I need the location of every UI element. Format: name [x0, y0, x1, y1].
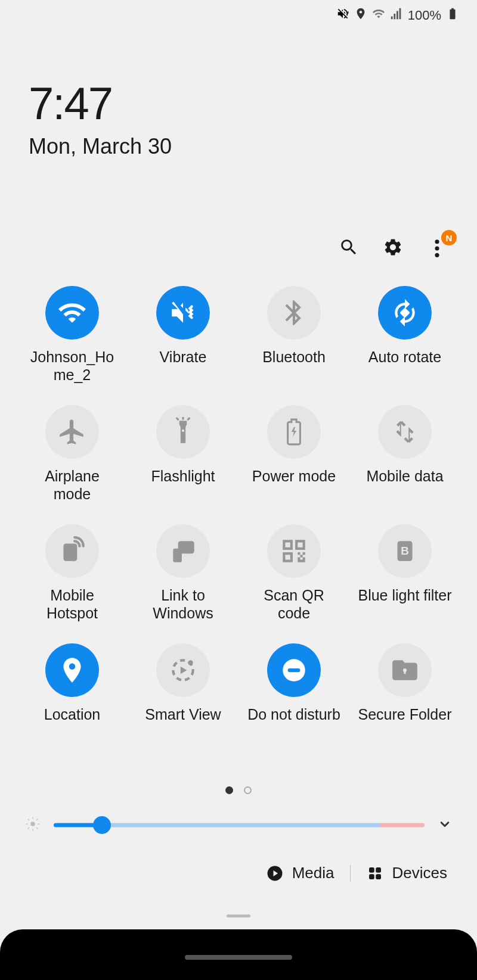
tile-bluetooth[interactable]: Bluetooth — [241, 286, 347, 384]
battery-percent: 100% — [408, 8, 441, 23]
chevron-down-icon[interactable] — [436, 816, 453, 835]
slider-thumb[interactable] — [93, 816, 111, 834]
svg-rect-4 — [63, 544, 77, 561]
brightness-slider[interactable] — [54, 816, 425, 834]
nav-bar — [0, 929, 477, 980]
wifi-icon — [45, 286, 99, 340]
panel-handle[interactable] — [227, 914, 250, 917]
qr-icon — [267, 524, 321, 578]
svg-rect-27 — [369, 867, 374, 873]
media-button[interactable]: Media — [266, 864, 334, 882]
svg-point-16 — [30, 822, 35, 826]
svg-rect-30 — [376, 874, 381, 879]
tile-blue-light[interactable]: B Blue light filter — [352, 524, 458, 622]
svg-line-22 — [36, 827, 38, 829]
smartview-icon — [156, 643, 210, 697]
tile-label: Mobile data — [366, 467, 443, 485]
search-icon[interactable] — [339, 237, 359, 260]
pager-dot-active — [225, 786, 233, 794]
svg-point-10 — [188, 660, 193, 665]
tile-label: Scan QR code — [246, 586, 342, 622]
pager-dot-inactive[interactable] — [244, 786, 252, 794]
svg-line-23 — [28, 827, 29, 829]
svg-rect-29 — [369, 874, 374, 879]
mute-vibrate-icon — [336, 7, 349, 24]
tile-label: Power mode — [252, 467, 336, 485]
svg-point-1 — [435, 246, 439, 250]
location-icon — [45, 643, 99, 697]
tile-smart-view[interactable]: Smart View — [130, 643, 236, 723]
svg-line-21 — [28, 819, 29, 820]
tile-secure-folder[interactable]: Secure Folder — [352, 643, 458, 723]
status-bar: 100% — [336, 7, 459, 24]
tile-flashlight[interactable]: Flashlight — [130, 405, 236, 503]
link-icon — [156, 524, 210, 578]
svg-rect-15 — [404, 670, 406, 674]
secure-icon — [378, 643, 432, 697]
bottom-controls: Media Devices — [0, 864, 477, 882]
devices-button[interactable]: Devices — [366, 864, 447, 882]
notification-badge: N — [441, 230, 457, 245]
nav-pill[interactable] — [185, 955, 292, 960]
tile-label: Johnson_Home_2 — [24, 348, 120, 384]
flashlight-icon — [156, 405, 210, 459]
time-date-block: 7:47 Mon, March 30 — [29, 77, 172, 159]
battery-icon — [446, 7, 459, 24]
power-icon — [267, 405, 321, 459]
tile-label: Link to Windows — [135, 586, 231, 622]
tile-label: Mobile Hotspot — [24, 586, 120, 622]
location-icon — [354, 7, 367, 24]
more-button[interactable]: N — [427, 238, 447, 259]
tile-label: Do not disturb — [247, 705, 340, 723]
airplane-icon — [45, 405, 99, 459]
tile-power-mode[interactable]: Power mode — [241, 405, 347, 503]
tile-label: Blue light filter — [358, 586, 451, 604]
play-icon — [266, 864, 284, 882]
rotate-icon — [378, 286, 432, 340]
clock-date: Mon, March 30 — [29, 134, 172, 159]
devices-icon — [366, 864, 384, 882]
devices-label: Devices — [392, 864, 447, 882]
tile-label: Secure Folder — [358, 705, 451, 723]
svg-line-24 — [36, 819, 38, 820]
divider — [350, 865, 351, 882]
tile-label: Bluetooth — [262, 348, 326, 366]
media-label: Media — [292, 864, 334, 882]
tile-label: Airplane mode — [24, 467, 120, 503]
page-indicator — [225, 786, 252, 794]
tile-location[interactable]: Location — [19, 643, 125, 723]
tile-hotspot[interactable]: Mobile Hotspot — [19, 524, 125, 622]
tile-scan-qr[interactable]: Scan QR code — [241, 524, 347, 622]
tile-label: Flashlight — [151, 467, 215, 485]
vibrate-icon — [156, 286, 210, 340]
gear-icon[interactable] — [383, 237, 403, 260]
hotspot-icon — [45, 524, 99, 578]
svg-rect-28 — [376, 867, 381, 873]
dnd-icon — [267, 643, 321, 697]
tile-label: Auto rotate — [368, 348, 441, 366]
wifi-icon — [372, 7, 385, 24]
tile-auto-rotate[interactable]: Auto rotate — [352, 286, 458, 384]
svg-point-0 — [435, 239, 439, 244]
tile-dnd[interactable]: Do not disturb — [241, 643, 347, 723]
data-icon — [378, 405, 432, 459]
tile-mobile-data[interactable]: Mobile data — [352, 405, 458, 503]
tile-airplane[interactable]: Airplane mode — [19, 405, 125, 503]
tile-wifi[interactable]: Johnson_Home_2 — [19, 286, 125, 384]
tile-label: Smart View — [145, 705, 221, 723]
tile-vibrate[interactable]: Vibrate — [130, 286, 236, 384]
tile-link-windows[interactable]: Link to Windows — [130, 524, 236, 622]
signal-icon — [390, 7, 403, 24]
tile-label: Vibrate — [160, 348, 207, 366]
svg-rect-3 — [399, 307, 410, 318]
tile-label: Location — [44, 705, 101, 723]
brightness-icon — [24, 815, 42, 835]
svg-point-2 — [435, 253, 439, 257]
svg-rect-6 — [173, 549, 182, 562]
svg-rect-13 — [288, 668, 301, 672]
brightness-row — [24, 815, 453, 835]
action-icons-row: N — [339, 237, 447, 260]
svg-text:B: B — [401, 545, 409, 557]
clock-time: 7:47 — [29, 77, 172, 129]
svg-marker-11 — [181, 667, 187, 674]
